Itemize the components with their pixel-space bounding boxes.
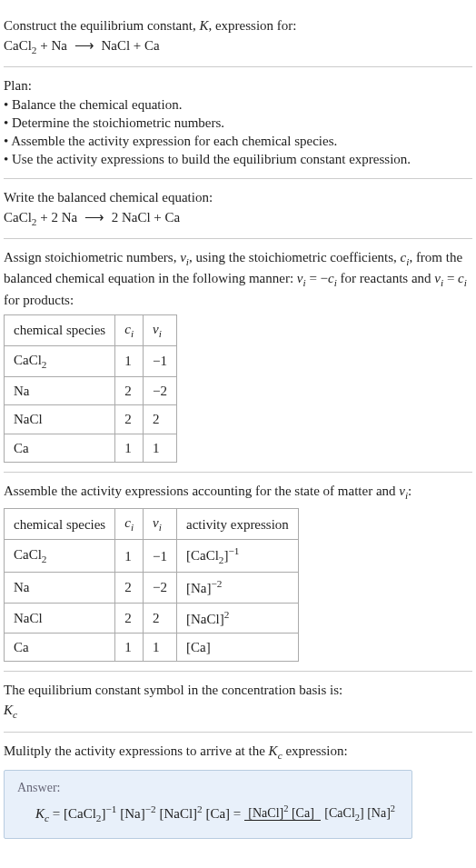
stoich-section: Assign stoichiometric numbers, νi, using… xyxy=(4,239,472,473)
stoich-nu: ν xyxy=(180,250,186,264)
cell-c: 2 xyxy=(115,603,144,633)
sp: CaCl xyxy=(14,547,42,562)
intro-line1: Construct the equilibrium constant, K, e… xyxy=(4,16,472,35)
col-sub: i xyxy=(159,328,162,339)
intro-section: Construct the equilibrium constant, K, e… xyxy=(4,7,472,67)
cell-activity: [Ca] xyxy=(176,633,298,661)
table-row: CaCl2 1 −1 xyxy=(5,345,177,376)
ans-t3: [NaCl] xyxy=(156,806,197,821)
ans-t2: [Na] xyxy=(116,806,144,821)
answer-label: Answer: xyxy=(17,780,399,797)
cell-c: 1 xyxy=(115,434,144,462)
col-nu-sym: ν xyxy=(153,322,159,336)
stoich-sub: i xyxy=(464,277,467,288)
mul-t: Mulitply the activity expressions to arr… xyxy=(4,743,269,758)
act-t: Assemble the activity expressions accoun… xyxy=(4,484,399,498)
balanced-heading: Write the balanced chemical equation: xyxy=(4,188,472,206)
cell-species: Na xyxy=(5,377,115,405)
col-species: chemical species xyxy=(5,509,115,540)
a-l: [NaCl xyxy=(186,612,220,626)
answer-box: Answer: Kc = [CaCl2]−1 [Na]−2 [NaCl]2 [C… xyxy=(4,770,412,839)
cell-nu: 2 xyxy=(144,405,177,434)
kc-k: K xyxy=(4,703,13,717)
col-sub: i xyxy=(131,522,134,533)
multiply-text: Mulitply the activity expressions to arr… xyxy=(4,742,472,763)
stoich-r: c xyxy=(328,271,334,285)
balanced-section: Write the balanced chemical equation: Ca… xyxy=(4,179,472,239)
cell-nu: 1 xyxy=(144,633,177,661)
cell-nu: −2 xyxy=(144,573,177,603)
col-c: ci xyxy=(115,509,144,540)
cell-nu: 1 xyxy=(144,434,177,462)
eq-plus: + Na xyxy=(36,38,70,53)
stoich-r: c xyxy=(458,271,464,285)
plan-item: Balance the chemical equation. xyxy=(4,95,472,114)
ans-t1: [CaCl xyxy=(64,806,96,821)
bal-lhs1: CaCl xyxy=(4,210,32,224)
kc-symbol-text: The equilibrium constant symbol in the c… xyxy=(4,681,472,699)
balanced-equation: CaCl2 + 2 Na ⟶ 2 NaCl + Ca xyxy=(4,208,472,229)
col-nu-sym: ν xyxy=(153,515,159,530)
plan-item: Determine the stoichiometric numbers. xyxy=(4,114,472,132)
col-activity: activity expression xyxy=(176,509,298,540)
reaction-arrow-icon: ⟶ xyxy=(84,208,104,226)
mul-k: K xyxy=(269,743,278,758)
bal-rhs: 2 NaCl + Ca xyxy=(108,210,180,224)
ans-k: K xyxy=(35,806,45,821)
cell-species: Ca xyxy=(5,633,115,661)
stoich-text: Assign stoichiometric numbers, νi, using… xyxy=(4,248,472,309)
ans-t1e: −1 xyxy=(105,803,116,814)
ans-t2e: −2 xyxy=(145,803,156,814)
a-r: ] xyxy=(206,640,211,654)
cell-species: CaCl2 xyxy=(5,540,115,573)
table-row: NaCl 2 2 [NaCl]2 xyxy=(5,603,299,633)
sp-sub: 2 xyxy=(42,554,47,564)
cell-species: NaCl xyxy=(5,603,115,633)
cell-nu: −1 xyxy=(144,345,177,376)
a-exp: 2 xyxy=(224,609,230,620)
table-row: Na 2 −2 xyxy=(5,377,177,405)
intro-k: K xyxy=(199,18,208,33)
stoich-t: for reactants and xyxy=(337,271,434,285)
cell-activity: [CaCl2]−1 xyxy=(176,540,298,573)
a-exp: −1 xyxy=(228,545,239,556)
stoich-r: ν xyxy=(434,271,441,285)
cell-nu: −1 xyxy=(144,540,177,573)
kc-symbol: Kc xyxy=(4,701,472,722)
activity-table: chemical species ci νi activity expressi… xyxy=(4,508,299,662)
col-nu: νi xyxy=(144,509,177,540)
cell-species: NaCl xyxy=(5,405,115,434)
bal-lhs2: + 2 Na xyxy=(36,210,80,224)
cell-c: 1 xyxy=(115,345,144,376)
answer-lhs: Kc = [CaCl2]−1 [Na]−2 [NaCl]2 [Ca] = xyxy=(35,803,241,825)
cell-activity: [NaCl]2 xyxy=(176,603,298,633)
stoich-r: = xyxy=(443,271,458,285)
cell-nu: −2 xyxy=(144,377,177,405)
cell-activity: [Na]−2 xyxy=(176,573,298,603)
a-l: [Ca xyxy=(186,640,206,654)
sp: CaCl xyxy=(14,353,42,367)
cell-species: Ca xyxy=(5,434,115,462)
stoich-table: chemical species ci νi CaCl2 1 −1 Na 2 −… xyxy=(4,314,177,463)
table-row: NaCl 2 2 xyxy=(5,405,177,434)
num-a: [NaCl] xyxy=(248,806,283,820)
table-header-row: chemical species ci νi xyxy=(5,314,177,345)
stoich-t: Assign stoichiometric numbers, xyxy=(4,250,180,264)
ans-t4: [Ca] = xyxy=(203,806,242,821)
den-ar: ] [Na] xyxy=(360,806,391,820)
answer-section: Mulitply the activity expressions to arr… xyxy=(4,733,472,848)
activity-section: Assemble the activity expressions accoun… xyxy=(4,473,472,672)
act-nu: ν xyxy=(399,484,405,498)
den-ae: 2 xyxy=(391,803,395,813)
plan-heading: Plan: xyxy=(4,76,472,95)
cell-c: 2 xyxy=(115,377,144,405)
ans-eq: = xyxy=(49,806,64,821)
cell-species: CaCl2 xyxy=(5,345,115,376)
reaction-arrow-icon: ⟶ xyxy=(74,36,94,55)
table-row: Ca 1 1 [Ca] xyxy=(5,633,299,661)
col-nu: νi xyxy=(144,314,177,345)
act-t: : xyxy=(408,484,412,498)
fraction-numerator: [NaCl]2 [Ca] xyxy=(244,806,321,821)
cell-c: 1 xyxy=(115,540,144,573)
cell-nu: 2 xyxy=(144,603,177,633)
